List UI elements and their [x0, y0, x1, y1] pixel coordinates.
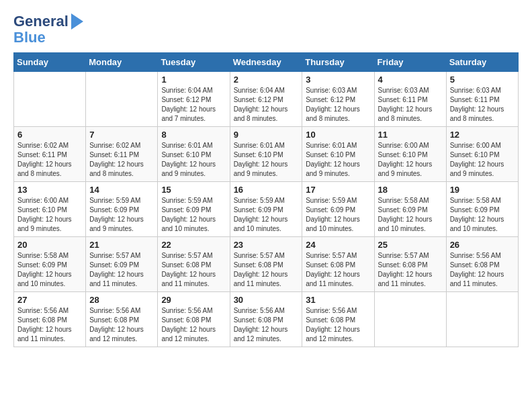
day-number: 31 [306, 295, 370, 305]
weekday-header-saturday: Saturday [446, 53, 518, 72]
day-number: 21 [89, 240, 154, 250]
day-info: Sunrise: 5:57 AM Sunset: 6:08 PM Dayligh… [161, 251, 226, 289]
logo: General Blue [13, 13, 83, 46]
calendar-cell: 19Sunrise: 5:58 AM Sunset: 6:09 PM Dayli… [446, 182, 518, 237]
calendar-cell: 18Sunrise: 5:58 AM Sunset: 6:09 PM Dayli… [374, 182, 446, 237]
weekday-header-thursday: Thursday [302, 53, 374, 72]
day-number: 16 [234, 185, 299, 195]
day-number: 11 [378, 130, 443, 140]
calendar-week-3: 13Sunrise: 6:00 AM Sunset: 6:10 PM Dayli… [14, 182, 519, 237]
day-info: Sunrise: 6:02 AM Sunset: 6:11 PM Dayligh… [17, 141, 82, 179]
day-info: Sunrise: 6:02 AM Sunset: 6:11 PM Dayligh… [89, 141, 154, 179]
day-info: Sunrise: 5:56 AM Sunset: 6:08 PM Dayligh… [89, 306, 154, 344]
calendar-cell: 30Sunrise: 5:56 AM Sunset: 6:08 PM Dayli… [230, 292, 302, 347]
day-info: Sunrise: 5:56 AM Sunset: 6:08 PM Dayligh… [17, 306, 82, 344]
day-info: Sunrise: 5:56 AM Sunset: 6:08 PM Dayligh… [161, 306, 226, 344]
day-number: 22 [161, 240, 226, 250]
logo-text2: Blue [13, 30, 83, 46]
calendar-cell: 16Sunrise: 5:59 AM Sunset: 6:09 PM Dayli… [230, 182, 302, 237]
day-number: 15 [161, 185, 226, 195]
day-info: Sunrise: 6:03 AM Sunset: 6:11 PM Dayligh… [378, 86, 443, 124]
day-info: Sunrise: 5:57 AM Sunset: 6:09 PM Dayligh… [89, 251, 154, 289]
day-number: 19 [450, 185, 515, 195]
weekday-header-tuesday: Tuesday [158, 53, 230, 72]
calendar-cell: 11Sunrise: 6:00 AM Sunset: 6:10 PM Dayli… [374, 127, 446, 182]
calendar-cell: 20Sunrise: 5:58 AM Sunset: 6:09 PM Dayli… [14, 237, 86, 292]
calendar-cell: 13Sunrise: 6:00 AM Sunset: 6:10 PM Dayli… [14, 182, 86, 237]
calendar-cell [374, 292, 446, 347]
day-number: 2 [234, 75, 299, 85]
calendar-cell: 27Sunrise: 5:56 AM Sunset: 6:08 PM Dayli… [14, 292, 86, 347]
day-number: 13 [17, 185, 82, 195]
day-info: Sunrise: 5:57 AM Sunset: 6:08 PM Dayligh… [378, 251, 443, 289]
calendar-cell: 3Sunrise: 6:03 AM Sunset: 6:12 PM Daylig… [302, 72, 374, 127]
calendar-cell: 14Sunrise: 5:59 AM Sunset: 6:09 PM Dayli… [86, 182, 158, 237]
weekday-header-monday: Monday [86, 53, 158, 72]
day-number: 14 [89, 185, 154, 195]
day-info: Sunrise: 6:03 AM Sunset: 6:11 PM Dayligh… [450, 86, 515, 124]
calendar-cell: 25Sunrise: 5:57 AM Sunset: 6:08 PM Dayli… [374, 237, 446, 292]
day-info: Sunrise: 5:57 AM Sunset: 6:08 PM Dayligh… [234, 251, 299, 289]
calendar-cell [446, 292, 518, 347]
calendar-cell: 1Sunrise: 6:04 AM Sunset: 6:12 PM Daylig… [158, 72, 230, 127]
day-info: Sunrise: 5:57 AM Sunset: 6:08 PM Dayligh… [306, 251, 370, 289]
calendar-cell: 22Sunrise: 5:57 AM Sunset: 6:08 PM Dayli… [158, 237, 230, 292]
calendar-table: SundayMondayTuesdayWednesdayThursdayFrid… [13, 52, 519, 347]
weekday-header-wednesday: Wednesday [230, 53, 302, 72]
day-info: Sunrise: 5:59 AM Sunset: 6:09 PM Dayligh… [161, 196, 226, 234]
page-header: General Blue [13, 13, 519, 46]
calendar-cell [14, 72, 86, 127]
calendar-cell: 6Sunrise: 6:02 AM Sunset: 6:11 PM Daylig… [14, 127, 86, 182]
calendar-cell: 8Sunrise: 6:01 AM Sunset: 6:10 PM Daylig… [158, 127, 230, 182]
weekday-header-friday: Friday [374, 53, 446, 72]
calendar-week-1: 1Sunrise: 6:04 AM Sunset: 6:12 PM Daylig… [14, 72, 519, 127]
calendar-cell: 26Sunrise: 5:56 AM Sunset: 6:08 PM Dayli… [446, 237, 518, 292]
calendar-body: 1Sunrise: 6:04 AM Sunset: 6:12 PM Daylig… [14, 72, 519, 347]
calendar-cell: 9Sunrise: 6:01 AM Sunset: 6:10 PM Daylig… [230, 127, 302, 182]
day-info: Sunrise: 6:00 AM Sunset: 6:10 PM Dayligh… [378, 141, 443, 179]
calendar-header-row: SundayMondayTuesdayWednesdayThursdayFrid… [14, 53, 519, 72]
day-info: Sunrise: 6:00 AM Sunset: 6:10 PM Dayligh… [17, 196, 82, 234]
calendar-cell: 24Sunrise: 5:57 AM Sunset: 6:08 PM Dayli… [302, 237, 374, 292]
day-info: Sunrise: 5:56 AM Sunset: 6:08 PM Dayligh… [306, 306, 370, 344]
calendar-cell: 4Sunrise: 6:03 AM Sunset: 6:11 PM Daylig… [374, 72, 446, 127]
day-info: Sunrise: 6:01 AM Sunset: 6:10 PM Dayligh… [306, 141, 370, 179]
day-info: Sunrise: 5:56 AM Sunset: 6:08 PM Dayligh… [450, 251, 515, 289]
day-number: 29 [161, 295, 226, 305]
day-number: 23 [234, 240, 299, 250]
day-number: 25 [378, 240, 443, 250]
day-number: 5 [450, 75, 515, 85]
day-number: 3 [306, 75, 370, 85]
day-info: Sunrise: 6:04 AM Sunset: 6:12 PM Dayligh… [234, 86, 299, 124]
calendar-cell [86, 72, 158, 127]
day-number: 30 [234, 295, 299, 305]
calendar-cell: 23Sunrise: 5:57 AM Sunset: 6:08 PM Dayli… [230, 237, 302, 292]
day-info: Sunrise: 5:58 AM Sunset: 6:09 PM Dayligh… [17, 251, 82, 289]
day-number: 6 [17, 130, 82, 140]
calendar-cell: 12Sunrise: 6:00 AM Sunset: 6:10 PM Dayli… [446, 127, 518, 182]
day-info: Sunrise: 5:59 AM Sunset: 6:09 PM Dayligh… [234, 196, 299, 234]
day-info: Sunrise: 6:03 AM Sunset: 6:12 PM Dayligh… [306, 86, 370, 124]
day-info: Sunrise: 5:59 AM Sunset: 6:09 PM Dayligh… [89, 196, 154, 234]
day-number: 28 [89, 295, 154, 305]
day-info: Sunrise: 5:56 AM Sunset: 6:08 PM Dayligh… [234, 306, 299, 344]
day-number: 26 [450, 240, 515, 250]
calendar-cell: 31Sunrise: 5:56 AM Sunset: 6:08 PM Dayli… [302, 292, 374, 347]
day-number: 8 [161, 130, 226, 140]
logo-arrow-icon [71, 13, 83, 30]
day-number: 7 [89, 130, 154, 140]
day-number: 4 [378, 75, 443, 85]
day-info: Sunrise: 5:58 AM Sunset: 6:09 PM Dayligh… [450, 196, 515, 234]
day-number: 17 [306, 185, 370, 195]
day-number: 1 [161, 75, 226, 85]
day-number: 12 [450, 130, 515, 140]
calendar-cell: 21Sunrise: 5:57 AM Sunset: 6:09 PM Dayli… [86, 237, 158, 292]
weekday-header-sunday: Sunday [14, 53, 86, 72]
day-info: Sunrise: 5:58 AM Sunset: 6:09 PM Dayligh… [378, 196, 443, 234]
day-info: Sunrise: 6:01 AM Sunset: 6:10 PM Dayligh… [234, 141, 299, 179]
calendar-cell: 10Sunrise: 6:01 AM Sunset: 6:10 PM Dayli… [302, 127, 374, 182]
calendar-cell: 29Sunrise: 5:56 AM Sunset: 6:08 PM Dayli… [158, 292, 230, 347]
calendar-week-5: 27Sunrise: 5:56 AM Sunset: 6:08 PM Dayli… [14, 292, 519, 347]
calendar-week-2: 6Sunrise: 6:02 AM Sunset: 6:11 PM Daylig… [14, 127, 519, 182]
day-info: Sunrise: 6:04 AM Sunset: 6:12 PM Dayligh… [161, 86, 226, 124]
